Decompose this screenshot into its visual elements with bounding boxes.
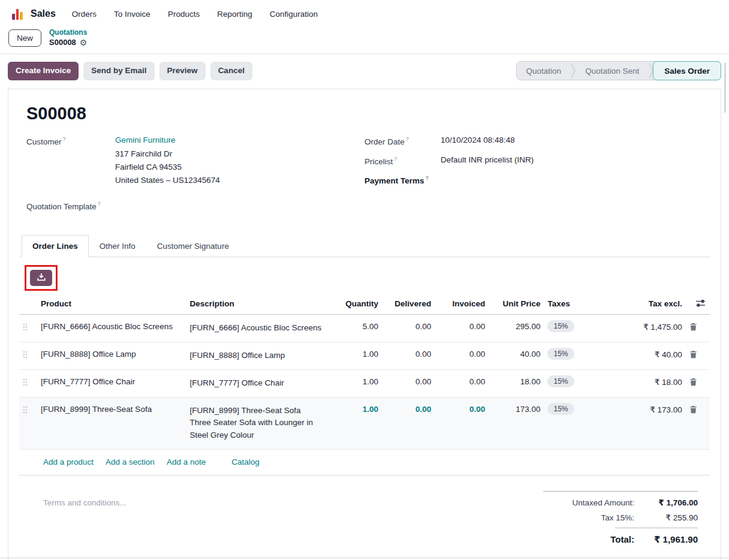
tax-excl-cell: ₹ 173.00 — [602, 397, 686, 450]
status-step-sales-order[interactable]: Sales Order — [653, 61, 721, 80]
menu-reporting[interactable]: Reporting — [216, 7, 254, 21]
add-a-note-link[interactable]: Add a note — [167, 457, 206, 466]
delete-line-icon[interactable] — [689, 322, 697, 333]
adjust-columns-icon[interactable] — [696, 299, 706, 309]
main-menu: Orders To Invoice Products Reporting Con… — [71, 7, 319, 21]
tab-other-info[interactable]: Other Info — [89, 235, 146, 257]
address-line: United States – US12345674 — [115, 174, 220, 187]
invoiced-cell[interactable]: 0.00 — [435, 397, 489, 450]
add-a-product-link[interactable]: Add a product — [43, 457, 94, 466]
terms-and-conditions-input[interactable]: Terms and conditions... — [19, 484, 543, 550]
scrollbar-thumb[interactable] — [724, 62, 726, 113]
drag-handle-icon[interactable] — [23, 405, 28, 416]
cancel-button[interactable]: Cancel — [210, 62, 252, 80]
order-date-input[interactable]: 10/10/2024 08:48:48 — [441, 136, 515, 146]
table-header-row: Product Description Quantity Delivered I… — [19, 292, 710, 315]
col-header-invoiced[interactable]: Invoiced — [435, 292, 489, 315]
tax-badge[interactable]: 15% — [547, 403, 574, 415]
product-cell[interactable]: [FURN_7777] Office Chair — [37, 369, 186, 397]
col-header-tax-excl[interactable]: Tax excl. — [602, 292, 686, 315]
breadcrumb-quotations-link[interactable]: Quotations — [49, 28, 87, 38]
delivered-cell[interactable]: 0.00 — [382, 342, 435, 369]
sales-app-icon[interactable] — [10, 6, 25, 22]
status-step-quotation-sent[interactable]: Quotation Sent — [576, 62, 649, 80]
col-header-delivered[interactable]: Delivered — [382, 292, 435, 315]
tax-badge[interactable]: 15% — [547, 320, 574, 332]
quantity-cell[interactable]: 5.00 — [335, 314, 382, 342]
create-invoice-button[interactable]: Create Invoice — [8, 62, 79, 80]
quantity-cell[interactable]: 1.00 — [335, 369, 382, 397]
add-a-section-link[interactable]: Add a section — [106, 457, 155, 466]
status-step-quotation[interactable]: Quotation — [517, 62, 571, 80]
delivered-cell[interactable]: 0.00 — [382, 397, 435, 450]
payment-terms-input[interactable] — [441, 174, 513, 185]
catalog-link[interactable]: Catalog — [231, 457, 260, 466]
tab-order-lines[interactable]: Order Lines — [22, 235, 89, 257]
tax-badge[interactable]: 15% — [547, 348, 574, 360]
unit-price-cell[interactable]: 40.00 — [489, 342, 544, 369]
sheet-bottom: Terms and conditions... Untaxed Amount: … — [19, 484, 710, 550]
customer-link[interactable]: Gemini Furniture — [115, 136, 176, 144]
delivered-cell[interactable]: 0.00 — [382, 369, 435, 397]
delete-line-icon[interactable] — [689, 405, 697, 416]
delete-line-icon[interactable] — [689, 350, 697, 360]
invoiced-cell[interactable]: 0.00 — [435, 314, 489, 342]
import-records-button[interactable] — [30, 270, 52, 286]
menu-products[interactable]: Products — [167, 7, 201, 21]
unit-price-cell[interactable]: 18.00 — [489, 369, 544, 397]
col-header-unit-price[interactable]: Unit Price — [489, 292, 544, 315]
pricelist-label: Pricelist? — [365, 155, 441, 166]
col-header-product[interactable]: Product — [37, 292, 186, 315]
description-cell[interactable]: [FURN_8888] Office Lamp — [186, 342, 335, 369]
delivered-cell[interactable]: 0.00 — [382, 314, 435, 342]
untaxed-amount-label: Untaxed Amount: — [572, 498, 634, 507]
delete-line-icon[interactable] — [689, 377, 697, 388]
menu-to-invoice[interactable]: To Invoice — [113, 7, 152, 21]
order-line-row[interactable]: [FURN_7777] Office Chair [FURN_7777] Off… — [19, 369, 710, 397]
unit-price-cell[interactable]: 173.00 — [489, 397, 544, 450]
gear-icon[interactable]: ⚙ — [80, 38, 88, 47]
menu-orders[interactable]: Orders — [71, 7, 98, 21]
tax-label: Tax 15%: — [601, 513, 634, 522]
tax-excl-cell: ₹ 1,475.00 — [602, 314, 686, 342]
description-cell[interactable]: [FURN_7777] Office Chair — [186, 369, 335, 397]
help-marker: ? — [98, 201, 101, 207]
col-header-quantity[interactable]: Quantity — [335, 292, 382, 315]
order-date-label: Order Date? — [365, 136, 441, 146]
col-header-description[interactable]: Description — [186, 292, 335, 315]
product-cell[interactable]: [FURN_8999] Three-Seat Sofa — [37, 397, 186, 450]
invoiced-cell[interactable]: 0.00 — [435, 369, 489, 397]
col-header-taxes[interactable]: Taxes — [544, 292, 601, 315]
order-line-row[interactable]: [FURN_8999] Three-Seat Sofa [FURN_8999] … — [19, 397, 710, 450]
invoiced-cell[interactable]: 0.00 — [435, 342, 489, 369]
order-line-row[interactable]: [FURN_6666] Acoustic Bloc Screens [FURN_… — [19, 314, 710, 342]
drag-handle-icon[interactable] — [23, 377, 28, 388]
pricelist-input[interactable]: Default INR pricelist (INR) — [441, 155, 534, 166]
order-line-row[interactable]: [FURN_8888] Office Lamp [FURN_8888] Offi… — [19, 342, 710, 369]
app-name[interactable]: Sales — [31, 8, 56, 19]
preview-button[interactable]: Preview — [159, 62, 206, 80]
quotation-template-input[interactable] — [115, 200, 187, 211]
breadcrumb: Quotations S00008 ⚙ — [49, 28, 87, 47]
total-value: ₹ 1,961.90 — [634, 534, 698, 545]
drag-handle-icon[interactable] — [23, 350, 28, 360]
menu-configuration[interactable]: Configuration — [269, 7, 319, 21]
tab-customer-signature[interactable]: Customer Signature — [146, 235, 240, 257]
page-bottom-divider — [0, 558, 729, 558]
new-button[interactable]: New — [8, 29, 41, 47]
unit-price-cell[interactable]: 295.00 — [489, 314, 544, 342]
send-by-email-button[interactable]: Send by Email — [83, 62, 154, 80]
description-cell[interactable]: [FURN_6666] Acoustic Bloc Screens — [186, 314, 335, 342]
description-cell[interactable]: [FURN_8999] Three-Seat Sofa Three Seater… — [186, 397, 335, 450]
quantity-cell[interactable]: 1.00 — [335, 397, 382, 450]
icon-bar — [20, 12, 23, 20]
product-cell[interactable]: [FURN_6666] Acoustic Bloc Screens — [37, 314, 186, 342]
breadcrumb-bar: New Quotations S00008 ⚙ — [0, 26, 729, 54]
tax-excl-cell: ₹ 18.00 — [602, 369, 686, 397]
quotation-template-label: Quotation Template? — [26, 200, 115, 211]
quantity-cell[interactable]: 1.00 — [335, 342, 382, 369]
product-cell[interactable]: [FURN_8888] Office Lamp — [37, 342, 186, 369]
drag-handle-icon[interactable] — [23, 322, 28, 333]
order-title: S00008 — [26, 104, 703, 124]
tax-badge[interactable]: 15% — [547, 375, 574, 387]
